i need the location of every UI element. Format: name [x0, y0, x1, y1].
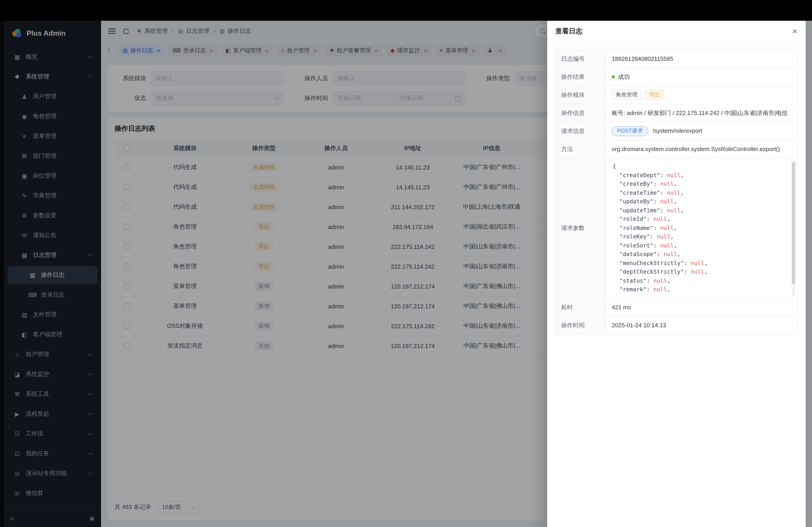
detail-label: 请求信息 [555, 122, 606, 140]
detail-row: 操作信息账号: admin / 研发部门 / 222.175.114.242 /… [555, 104, 797, 122]
detail-label: 操作信息 [555, 104, 606, 122]
json-key: "createBy" [619, 180, 653, 187]
detail-row: 操作结果成功 [555, 68, 797, 86]
request-params-json[interactable]: { "createDept": null, "createBy": null, … [606, 158, 797, 298]
json-line: "updateTime": null, [613, 206, 787, 215]
view-log-drawer: 查看日志 ✕ 日志编号1882612840802115585操作结果成功操作模块… [547, 21, 806, 527]
drawer-body: 日志编号1882612840802115585操作结果成功操作模块角色管理导出操… [547, 42, 806, 342]
json-null-value: null [660, 224, 674, 231]
json-key: "createDept" [619, 171, 660, 178]
drawer-title: 查看日志 [555, 27, 582, 35]
detail-text: 1882612840802115585 [612, 56, 792, 62]
scrollbar-thumb[interactable] [792, 162, 795, 284]
json-key: "createTime" [619, 189, 660, 196]
json-line: "deptCheckStrictly": null, [613, 267, 787, 276]
status-dot [612, 75, 615, 78]
json-key: "roleSort" [619, 242, 653, 249]
json-null-value: null [660, 180, 674, 187]
json-null-value: null [653, 277, 667, 284]
json-null-value: null [657, 233, 670, 240]
detail-row: 日志编号1882612840802115585 [555, 50, 797, 68]
scrollbar-track [792, 161, 795, 296]
json-line: "remark": null, [613, 285, 787, 294]
json-key: "updateBy" [619, 198, 653, 205]
request-url: /system/role/export [653, 127, 702, 134]
detail-value: 角色管理导出 [606, 86, 797, 104]
json-null-value: null [660, 198, 674, 205]
status-text: 成功 [618, 73, 630, 80]
detail-label: 方法 [555, 140, 606, 158]
drawer-header: 查看日志 ✕ [547, 21, 806, 42]
detail-row: 请求信息POST请求/system/role/export [555, 122, 797, 140]
json-line: "roleName": null, [613, 223, 787, 232]
json-null-value: null [664, 251, 677, 257]
json-null-value: null [653, 215, 667, 222]
detail-label: 操作结果 [555, 68, 606, 86]
detail-label: 日志编号 [555, 50, 606, 68]
json-key: "dataScope" [619, 251, 657, 257]
json-null-value: null [667, 207, 681, 213]
detail-row: 耗时421 ms [555, 298, 797, 316]
json-line: "roleKey": null, [613, 232, 787, 241]
json-key: "roleId" [619, 215, 647, 222]
module-tag: 导出 [645, 90, 664, 100]
detail-row: 方法org.dromara.system.controller.system.S… [555, 140, 797, 158]
request-params-cell: { "createDept": null, "createBy": null, … [606, 158, 797, 298]
json-line: "roleSort": null, [613, 241, 787, 250]
detail-value: 成功 [606, 68, 797, 86]
json-null-value: null [653, 286, 667, 292]
close-drawer-icon[interactable]: ✕ [792, 28, 798, 35]
json-key: "deptCheckStrictly" [619, 268, 684, 275]
http-method-badge: POST请求 [612, 126, 648, 136]
json-key: "roleName" [619, 224, 653, 231]
json-line: "status": null, [613, 276, 787, 285]
detail-text: org.dromara.system.controller.system.Sys… [612, 146, 792, 152]
json-line: "createTime": null, [613, 188, 787, 197]
json-line: { [613, 162, 787, 171]
detail-row: 操作时间2025-01-24 10:14:13 [555, 316, 797, 334]
detail-value: org.dromara.system.controller.system.Sys… [606, 140, 797, 158]
json-null-value: null [691, 268, 704, 275]
detail-label: 请求参数 [555, 158, 606, 298]
screen: Plus Admin ▦概览❖系统管理♟用户管理◉角色管理≡菜单管理⌘部门管理▣… [0, 0, 812, 527]
json-key: "menuCheckStrictly" [619, 259, 684, 266]
detail-row: 操作模块角色管理导出 [555, 86, 797, 104]
log-detail-table: 日志编号1882612840802115585操作结果成功操作模块角色管理导出操… [555, 49, 798, 334]
detail-value: 421 ms [606, 298, 797, 316]
json-key: "updateTime" [619, 207, 660, 213]
json-null-value: null [691, 259, 704, 266]
detail-value: 账号: admin / 研发部门 / 222.175.114.242 / 中国|… [606, 104, 797, 122]
detail-text: 账号: admin / 研发部门 / 222.175.114.242 / 中国|… [612, 109, 792, 117]
detail-value: 2025-01-24 10:14:13 [606, 316, 797, 334]
module-tag: 角色管理 [612, 90, 641, 100]
json-key: "status" [619, 277, 647, 284]
detail-text: 2025-01-24 10:14:13 [612, 322, 792, 329]
json-line: "createBy": null, [613, 179, 787, 188]
detail-value: POST请求/system/role/export [606, 122, 797, 140]
json-key: "remark" [619, 286, 647, 292]
json-line: "createDept": null, [613, 171, 787, 179]
detail-row: 请求参数{ "createDept": null, "createBy": nu… [555, 158, 797, 298]
json-null-value: null [660, 242, 674, 249]
detail-label: 耗时 [555, 298, 606, 316]
detail-value: 1882612840802115585 [606, 50, 797, 68]
detail-label: 操作模块 [555, 86, 606, 104]
detail-text: 421 ms [612, 304, 792, 311]
json-null-value: null [667, 171, 681, 178]
json-line: "roleId": null, [613, 215, 787, 223]
json-null-value: null [667, 189, 681, 196]
detail-label: 操作时间 [555, 316, 606, 334]
json-key: "roleKey" [619, 233, 650, 240]
json-line: "dataScope": null, [613, 250, 787, 258]
json-line: "updateBy": null, [613, 197, 787, 206]
json-line: "menuCheckStrictly": null, [613, 258, 787, 267]
